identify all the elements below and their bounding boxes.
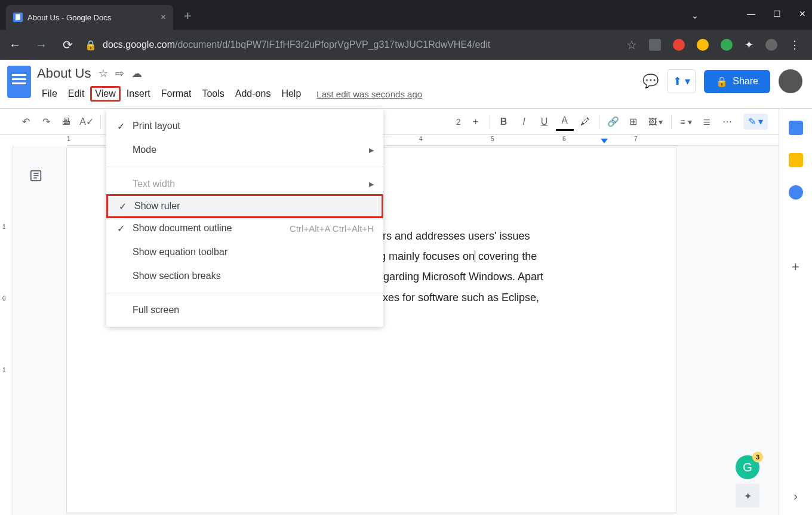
bold-button[interactable]: B	[495, 113, 513, 131]
right-indent-marker[interactable]	[601, 139, 608, 143]
grammarly-badge: 3	[752, 452, 763, 462]
menu-format[interactable]: Format	[156, 86, 196, 102]
menu-help[interactable]: Help	[276, 86, 306, 102]
maximize-icon[interactable]: ☐	[773, 9, 781, 19]
side-panel: + ›	[779, 109, 812, 515]
menu-file[interactable]: File	[37, 86, 62, 102]
checkmark-icon: ✓	[119, 201, 134, 212]
new-tab-button[interactable]: +	[184, 8, 192, 30]
account-avatar[interactable]	[779, 69, 802, 93]
menu-full-screen[interactable]: Full screen	[106, 298, 383, 322]
document-title[interactable]: About Us	[37, 66, 91, 81]
tab-title: About Us - Google Docs	[27, 13, 111, 22]
browser-menu-icon[interactable]: ⋮	[789, 38, 800, 51]
insert-image-button[interactable]: 🖼 ▾	[645, 117, 667, 127]
insert-link-button[interactable]: 🔗	[604, 113, 622, 131]
tasks-app-icon[interactable]	[789, 185, 803, 200]
line-spacing-button[interactable]: ≣	[698, 113, 716, 131]
menu-show-equation-toolbar[interactable]: Show equation toolbar	[106, 240, 383, 264]
reload-button[interactable]: ⟳	[59, 38, 76, 52]
menu-view[interactable]: View	[90, 86, 120, 102]
menu-show-ruler[interactable]: ✓ Show ruler	[106, 194, 383, 218]
undo-button[interactable]: ↶	[17, 113, 35, 131]
redo-button[interactable]: ↷	[37, 113, 55, 131]
spellcheck-button[interactable]: A✓	[78, 113, 96, 131]
calendar-app-icon[interactable]	[789, 121, 803, 135]
browser-tab[interactable]: About Us - Google Docs ×	[6, 5, 173, 30]
extension-icon-3[interactable]	[697, 39, 709, 51]
view-menu-dropdown: ✓ Print layout Mode ▶ Text width ▶ ✓ Sho…	[106, 109, 383, 327]
forward-button[interactable]: →	[32, 38, 50, 52]
hide-sidepanel-button[interactable]: ›	[793, 489, 798, 503]
comments-icon[interactable]: 💬	[642, 73, 659, 89]
increase-size[interactable]: +	[467, 113, 485, 131]
menu-show-section-breaks[interactable]: Show section breaks	[106, 264, 383, 288]
extension-icon-1[interactable]	[649, 39, 661, 51]
url-path: /document/d/1bqPW7lF1fHF3r2uPfoprVgPVP_g…	[175, 39, 490, 50]
add-addon-button[interactable]: +	[792, 259, 799, 275]
vertical-ruler[interactable]: 1 0 1	[0, 146, 13, 515]
extension-icon-2[interactable]	[673, 39, 685, 51]
profile-avatar-icon[interactable]	[765, 39, 777, 51]
close-tab-icon[interactable]: ×	[161, 12, 166, 23]
bookmark-star-icon[interactable]: ☆	[623, 38, 641, 52]
tab-search-icon[interactable]: ⌄	[691, 11, 699, 20]
print-button[interactable]: 🖶	[57, 113, 75, 131]
share-button[interactable]: 🔒 Share	[704, 70, 770, 93]
last-edit-link[interactable]: Last edit was seconds ago	[316, 89, 422, 99]
url-domain: docs.google.com	[103, 39, 175, 50]
align-button[interactable]: ≡ ▾	[676, 117, 695, 127]
text-color-button[interactable]: A	[556, 113, 574, 131]
minimize-icon[interactable]: —	[747, 9, 755, 19]
extensions-puzzle-icon[interactable]: ✦	[745, 38, 753, 51]
close-window-icon[interactable]: ✕	[799, 9, 806, 19]
lock-icon-share: 🔒	[716, 76, 728, 87]
explore-button[interactable]: ✦	[736, 484, 759, 508]
extension-icon-4[interactable]	[721, 39, 733, 51]
back-button[interactable]: ←	[6, 38, 24, 52]
docs-logo[interactable]	[7, 66, 31, 98]
menu-insert[interactable]: Insert	[122, 86, 155, 102]
menu-show-outline[interactable]: ✓ Show document outline Ctrl+Alt+A Ctrl+…	[106, 216, 383, 240]
menu-edit[interactable]: Edit	[63, 86, 90, 102]
insert-comment-button[interactable]: ⊞	[625, 113, 642, 131]
docs-favicon	[13, 13, 23, 22]
font-size[interactable]: 2	[453, 117, 465, 127]
more-button[interactable]: ⋯	[718, 113, 736, 131]
submenu-arrow-icon: ▶	[369, 146, 374, 154]
address-bar[interactable]: 🔒 docs.google.com/document/d/1bqPW7lF1fH…	[85, 39, 614, 51]
menu-mode[interactable]: Mode ▶	[106, 138, 383, 162]
submenu-arrow-icon: ▶	[369, 180, 374, 188]
present-button[interactable]: ⬆ ▾	[667, 69, 696, 93]
menu-addons[interactable]: Add-ons	[230, 86, 276, 102]
document-outline-button[interactable]	[24, 164, 48, 188]
checkmark-icon: ✓	[117, 223, 133, 234]
checkmark-icon: ✓	[117, 121, 133, 132]
menu-text-width: Text width ▶	[106, 172, 383, 196]
editing-mode-button[interactable]: ✎ ▾	[743, 114, 768, 130]
menu-print-layout[interactable]: ✓ Print layout	[106, 114, 383, 138]
italic-button[interactable]: I	[515, 113, 533, 131]
keep-app-icon[interactable]	[789, 153, 803, 167]
menu-tools[interactable]: Tools	[197, 86, 229, 102]
move-icon[interactable]: ⇨	[115, 67, 124, 80]
lock-icon: 🔒	[85, 39, 97, 51]
underline-button[interactable]: U	[536, 113, 553, 131]
star-icon[interactable]: ☆	[99, 67, 108, 80]
highlight-button[interactable]: 🖍	[576, 113, 594, 131]
cloud-status-icon[interactable]: ☁	[131, 67, 142, 80]
